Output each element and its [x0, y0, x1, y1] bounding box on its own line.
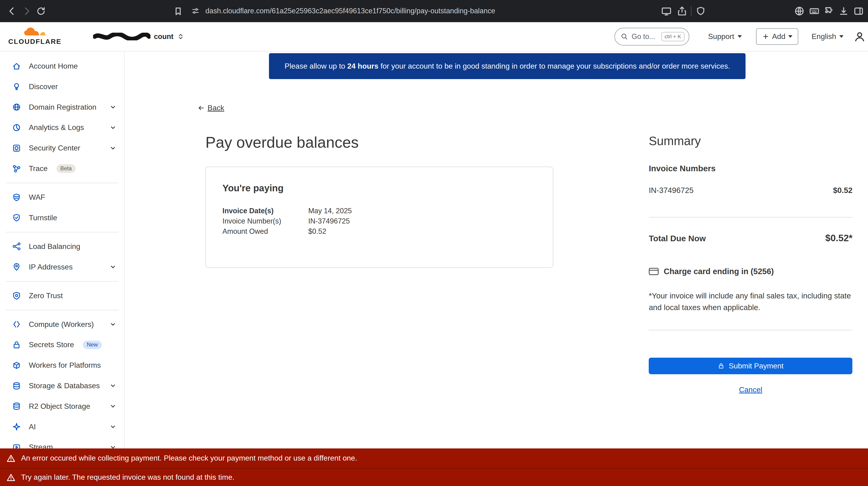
- extensions-puzzle-icon[interactable]: [824, 6, 835, 17]
- back-icon[interactable]: [6, 6, 18, 17]
- invoice-row: IN-37496725 $0.52: [649, 186, 852, 195]
- youre-paying-card: You're paying Invoice Date(s) May 14, 20…: [205, 166, 553, 268]
- sidebar-item-label: Turnstile: [29, 213, 57, 222]
- invoice-not-found-alert: Try again later. The requested invoice w…: [0, 468, 868, 486]
- sidebar-item-label: Workers for Platforms: [29, 361, 101, 370]
- sidebar: Account Home Discover Domain Registratio…: [0, 52, 125, 486]
- map-pin-icon: [12, 263, 21, 271]
- sidebar-item-security-center[interactable]: Security Center: [0, 138, 124, 158]
- amount-owed-row: Amount Owed $0.52: [222, 226, 536, 237]
- tax-note: *Your invoice will include any final sal…: [649, 290, 852, 313]
- support-label: Support: [708, 32, 734, 41]
- sidebar-item-trace[interactable]: Trace Beta: [0, 158, 124, 179]
- credit-card-icon: [649, 268, 659, 275]
- invoice-date-row: Invoice Date(s) May 14, 2025: [222, 206, 536, 216]
- divider: [649, 217, 852, 217]
- payment-error-alert: An error occured while collecting paymen…: [0, 449, 868, 468]
- reload-icon[interactable]: [35, 6, 46, 17]
- waf-shield-icon: [12, 193, 21, 202]
- charge-method-row: Charge card ending in (5256): [649, 267, 852, 276]
- sidebar-item-label: Account Home: [29, 62, 78, 70]
- back-link[interactable]: Back: [197, 103, 224, 112]
- cloudflare-logo[interactable]: CLOUDFLARE: [8, 28, 62, 45]
- cloudflare-wordmark: CLOUDFLARE: [8, 37, 61, 45]
- chevron-down-icon: [788, 35, 793, 38]
- sidebar-item-waf[interactable]: WAF: [0, 187, 124, 208]
- translate-icon[interactable]: [794, 6, 805, 17]
- search-input[interactable]: Go to... ctrl + K: [614, 28, 689, 45]
- sidebar-item-analytics-logs[interactable]: Analytics & Logs: [0, 117, 124, 138]
- chevron-down-icon: [839, 35, 843, 38]
- sidebar-item-label: Security Center: [29, 144, 80, 152]
- chevron-down-icon: [110, 423, 116, 430]
- sidebar-item-secrets-store[interactable]: Secrets Store New: [0, 335, 124, 355]
- row-label: Invoice Date(s): [222, 206, 308, 216]
- account-name-redaction: [93, 33, 151, 40]
- sidebar-item-ip-addresses[interactable]: IP Addresses: [0, 256, 124, 277]
- chevron-down-icon: [110, 104, 116, 110]
- sidebar-divider: [6, 310, 119, 310]
- lock-icon: [12, 340, 21, 349]
- sidebar-divider: [6, 232, 119, 233]
- invoice-amount: $0.52: [833, 186, 852, 195]
- row-value: May 14, 2025: [308, 206, 536, 216]
- warning-icon: [6, 454, 16, 463]
- sidebar-divider: [6, 183, 119, 183]
- workers-icon: [12, 320, 21, 329]
- media-controls-icon[interactable]: [661, 6, 672, 17]
- notice-text: for your account to be in good standing …: [378, 62, 730, 70]
- sidebar-item-label: Secrets Store: [29, 340, 74, 349]
- download-icon[interactable]: [838, 6, 849, 17]
- account-switcher[interactable]: count: [93, 32, 185, 41]
- selector-updown-icon: [177, 33, 185, 40]
- sidebar-item-label: R2 Object Storage: [29, 402, 90, 411]
- sidebar-item-label: Analytics & Logs: [29, 123, 84, 132]
- invoice-number: IN-37496725: [649, 186, 693, 195]
- sidebar-item-workers-for-platforms[interactable]: Workers for Platforms: [0, 355, 124, 376]
- sidebar-item-discover[interactable]: Discover: [0, 76, 124, 97]
- ai-sparkle-icon: [12, 422, 21, 431]
- sidebar-item-storage-databases[interactable]: Storage & Databases: [0, 376, 124, 396]
- sidebar-item-label: Domain Registration: [29, 103, 96, 112]
- add-button[interactable]: Add: [756, 28, 798, 45]
- forward-icon[interactable]: [21, 6, 32, 17]
- bookmark-icon[interactable]: [173, 6, 184, 17]
- r2-storage-icon: [12, 402, 21, 411]
- alert-text: Try again later. The requested invoice w…: [21, 473, 235, 482]
- sidebar-item-load-balancing[interactable]: Load Balancing: [0, 236, 124, 256]
- sidebar-item-ai[interactable]: AI: [0, 417, 124, 437]
- chevron-down-icon: [110, 383, 116, 389]
- side-panel-icon[interactable]: [853, 6, 864, 17]
- sidebar-item-domain-registration[interactable]: Domain Registration: [0, 97, 124, 117]
- user-profile-icon[interactable]: [854, 31, 866, 43]
- cloudflare-dashboard: dash.cloudflare.com/61a25e25963c2aec95f4…: [0, 0, 868, 486]
- sidebar-item-zero-trust[interactable]: Zero Trust: [0, 285, 124, 306]
- keyboard-icon[interactable]: [809, 6, 820, 17]
- zero-trust-shield-icon: [12, 291, 21, 300]
- cancel-link[interactable]: Cancel: [739, 386, 762, 394]
- row-label: Invoice Number(s): [222, 216, 308, 226]
- sidebar-item-turnstile[interactable]: Turnstile: [0, 207, 124, 228]
- sidebar-item-label: IP Addresses: [29, 263, 72, 271]
- turnstile-check-icon: [12, 213, 21, 222]
- site-settings-icon[interactable]: [191, 6, 200, 16]
- invoice-numbers-label: Invoice Numbers: [649, 164, 852, 173]
- sidebar-item-account-home[interactable]: Account Home: [0, 56, 124, 77]
- submit-payment-button[interactable]: Submit Payment: [649, 358, 852, 374]
- summary-title: Summary: [649, 134, 852, 148]
- analytics-pie-icon: [12, 123, 21, 132]
- sidebar-item-r2-object-storage[interactable]: R2 Object Storage: [0, 396, 124, 417]
- summary-panel: Summary Invoice Numbers IN-37496725 $0.5…: [649, 134, 852, 400]
- language-menu[interactable]: English: [811, 32, 843, 41]
- language-label: English: [811, 32, 836, 41]
- browser-chrome: dash.cloudflare.com/61a25e25963c2aec95f4…: [0, 0, 868, 22]
- url-bar[interactable]: dash.cloudflare.com/61a25e25963c2aec95f4…: [205, 0, 495, 22]
- sidebar-item-compute-workers[interactable]: Compute (Workers): [0, 314, 124, 335]
- share-icon[interactable]: [677, 6, 687, 17]
- shield-badge-icon[interactable]: [695, 6, 706, 17]
- support-menu[interactable]: Support: [708, 32, 742, 41]
- chevron-down-icon: [110, 124, 116, 131]
- page-title: Pay overdue balances: [205, 133, 359, 151]
- submit-payment-label: Submit Payment: [729, 362, 783, 370]
- notice-text: Please allow up to: [285, 62, 347, 70]
